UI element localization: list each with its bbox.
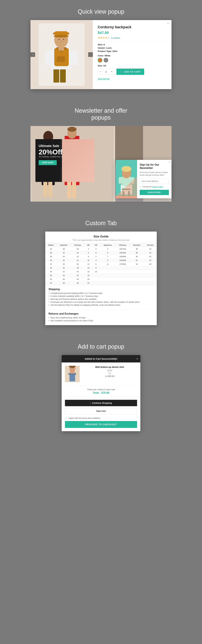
svg-rect-24 <box>48 180 52 197</box>
cart-product-color: White <box>82 369 137 372</box>
table-cell: 40 <box>57 266 71 270</box>
cart-popup-title: Added to Cart Successfully! <box>85 357 117 360</box>
table-cell: 32 <box>57 251 71 255</box>
product-image-area: ‹ › <box>30 20 93 89</box>
size-table-header-row: Italian Spanish German UK US Japanese Ch… <box>45 243 157 247</box>
table-row: 444038148 <box>45 266 157 270</box>
table-cell: 44 <box>45 266 57 270</box>
table-cell: 38 <box>130 247 144 251</box>
cart-total-label: Total: <box>93 392 100 394</box>
sku-value: 8 <box>103 44 104 46</box>
svg-point-42 <box>121 166 131 172</box>
table-cell: 48 <box>45 274 57 278</box>
table-cell: 6 <box>85 251 92 255</box>
table-cell: 155/80A <box>116 251 130 255</box>
table-cell: 18 <box>85 274 92 278</box>
returns-title: Returns and Exchanges <box>49 312 153 315</box>
table-row: 50464420 <box>45 278 157 281</box>
svg-rect-2 <box>60 68 66 82</box>
table-cell: 22 <box>85 281 92 285</box>
terms-checkmark: ✓ <box>65 417 67 419</box>
table-cell <box>100 270 116 274</box>
cart-popup-header: Added to Cart Successfully! × <box>62 355 140 362</box>
table-cell <box>100 274 116 278</box>
table-cell: 42 <box>71 274 85 278</box>
table-cell: 34 <box>45 247 57 251</box>
table-cell: 40 <box>45 258 57 262</box>
color-swatch-gray[interactable] <box>104 58 108 62</box>
subscribe-button[interactable]: SUBSCRIBE! <box>140 190 169 195</box>
table-row: 4642401610 <box>45 270 157 274</box>
shipping-item: See the Delivery FAQs for details on shi… <box>49 304 153 306</box>
size-guide-header: Size Guide This is an approximate conver… <box>45 232 157 243</box>
svg-rect-43 <box>119 177 123 184</box>
shop-now-button[interactable]: SHOP NOW! <box>39 160 57 165</box>
cart-close-icon[interactable]: × <box>137 357 138 360</box>
svg-rect-23 <box>43 180 47 197</box>
sale-title: Ultimate Sale <box>39 144 65 148</box>
sku-row: SKU: 8 <box>98 44 167 46</box>
sale-percent: 20%Off <box>39 149 65 156</box>
table-cell: 5 <box>100 251 116 255</box>
cart-popup: Added to Cart Successfully! × Midi butto… <box>62 355 140 431</box>
newsletter-close-icon[interactable]: × <box>169 161 170 164</box>
product-type-value: Shirt <box>112 50 117 52</box>
cart-icon: 🛒 <box>120 70 123 73</box>
color-label-text: Color: <box>98 54 104 57</box>
returns-item: Easy and complimentary, within 14 days <box>49 316 153 319</box>
vendor-row: Vendor: Levis <box>98 47 167 49</box>
continue-shopping-button[interactable]: ‹ Continue Shopping <box>65 400 137 406</box>
table-cell <box>144 266 157 270</box>
reviews-link[interactable]: 2 reviews <box>111 36 120 39</box>
divider <box>98 42 167 42</box>
email-input[interactable] <box>140 178 169 184</box>
newsletter-description: Be the first to learn about our latest t… <box>140 171 169 176</box>
table-cell <box>116 278 130 281</box>
cart-product-area: Midi button-up denim skirt White XS 1x $… <box>62 362 140 386</box>
table-cell: 42 <box>57 270 71 274</box>
size-label: Size: XS <box>98 64 167 67</box>
table-cell <box>116 270 130 274</box>
newsletter-demo: Ultimate Sale 20%Off All Clothing. Limit… <box>30 126 172 202</box>
add-to-cart-button[interactable]: 🛒 ADD TO CART <box>116 68 144 75</box>
fashion-cell-1 <box>115 126 143 164</box>
table-cell: 34 <box>57 255 71 258</box>
table-cell <box>144 281 157 285</box>
sale-content: Ultimate Sale 20%Off All Clothing. Limit… <box>35 139 69 182</box>
table-cell: 4 <box>85 247 92 251</box>
cart-product-info: Midi button-up denim skirt White XS 1x $… <box>82 366 137 378</box>
proceed-to-checkout-button[interactable]: PROCEED TO CHECKOUT <box>65 421 137 428</box>
table-cell: 46 <box>57 278 71 281</box>
sale-popup: Ultimate Sale 20%Off All Clothing. Limit… <box>35 139 95 182</box>
col-korean: Korean <box>144 243 157 247</box>
view-cart-button[interactable]: View Cart <box>65 408 137 414</box>
privacy-checkmark: ✓ <box>140 186 141 188</box>
table-cell: 170/92A <box>116 262 130 266</box>
color-swatches <box>98 58 167 62</box>
shipping-item: Complimentary ground shipping within 1 t… <box>49 292 153 294</box>
table-cell <box>130 266 144 270</box>
color-swatch-orange[interactable] <box>98 58 102 62</box>
svg-rect-5 <box>72 50 78 65</box>
table-cell: 11 <box>100 262 116 266</box>
svg-rect-4 <box>45 50 51 65</box>
prev-arrow-btn[interactable]: ‹ <box>30 52 35 57</box>
privacy-policy-link[interactable]: Privacy policy <box>152 186 163 188</box>
view-full-info-link[interactable]: View full info <box>98 78 110 80</box>
table-cell <box>116 266 130 270</box>
shipping-section: Shipping Complimentary ground shipping w… <box>45 285 157 310</box>
close-icon[interactable]: × <box>166 22 170 25</box>
table-cell: 155/75A <box>116 247 130 251</box>
table-row: 4036341049165/88A4255 <box>45 258 157 262</box>
table-cell: 160/84A <box>116 255 130 258</box>
table-cell: 55 <box>144 255 157 258</box>
qty-input[interactable] <box>103 69 109 75</box>
table-cell <box>116 274 130 278</box>
table-cell: 42 <box>45 262 57 266</box>
svg-rect-27 <box>67 182 71 198</box>
next-arrow-btn[interactable]: › <box>88 52 93 57</box>
qty-decrease-btn[interactable]: − <box>98 69 103 75</box>
qty-increase-btn[interactable]: + <box>109 69 114 75</box>
product-type-row: Product Type: Shirt <box>98 50 167 52</box>
table-cell: 36 <box>71 262 85 266</box>
